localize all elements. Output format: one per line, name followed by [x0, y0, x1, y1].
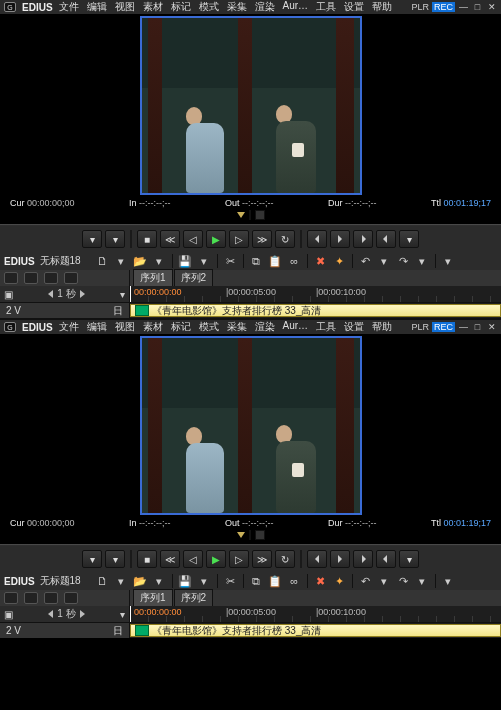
track-mode-d-icon[interactable]: [64, 272, 78, 284]
menu-aur[interactable]: Aur…: [283, 0, 309, 14]
close-button[interactable]: ✕: [486, 324, 497, 331]
scrub-track[interactable]: [249, 210, 251, 220]
preview-frame[interactable]: [140, 16, 362, 195]
zoom-out-button[interactable]: [48, 290, 53, 298]
save-icon[interactable]: 💾: [177, 254, 194, 269]
tab-sequence-1[interactable]: 序列1: [133, 589, 173, 606]
chevron-down-icon[interactable]: ▾: [151, 574, 168, 589]
video-clip[interactable]: 《青年电影馆》支持者排行榜 33_高清: [130, 304, 501, 317]
goto-in-button[interactable]: [353, 550, 373, 568]
chevron-down-icon[interactable]: ▾: [376, 254, 393, 269]
tool-a-button[interactable]: ▾: [82, 550, 102, 568]
tab-sequence-2[interactable]: 序列2: [174, 269, 214, 286]
maximize-button[interactable]: □: [472, 324, 483, 331]
menu-file[interactable]: 文件: [59, 320, 79, 334]
close-button[interactable]: ✕: [486, 4, 497, 11]
prev-frame-button[interactable]: ◁: [183, 230, 203, 248]
video-clip[interactable]: 《青年电影馆》支持者排行榜 33_高清: [130, 624, 501, 637]
fx-icon[interactable]: ✦: [331, 254, 348, 269]
menu-clip[interactable]: 素材: [143, 320, 163, 334]
mark-out-button[interactable]: [330, 550, 350, 568]
tool-b-button[interactable]: ▾: [105, 550, 125, 568]
prev-frame-button[interactable]: ◁: [183, 550, 203, 568]
menu-view[interactable]: 视图: [115, 320, 135, 334]
goto-in-button[interactable]: [353, 230, 373, 248]
menu-clip[interactable]: 素材: [143, 0, 163, 14]
redo-icon[interactable]: ↷: [395, 254, 412, 269]
zoom-indicator-icon[interactable]: ▣: [4, 609, 13, 620]
menu-file[interactable]: 文件: [59, 0, 79, 14]
paste-icon[interactable]: 📋: [267, 254, 284, 269]
minimize-button[interactable]: —: [458, 324, 469, 331]
menu-capture[interactable]: 采集: [227, 0, 247, 14]
fx-icon[interactable]: ✦: [331, 574, 348, 589]
stop-button[interactable]: ■: [137, 550, 157, 568]
tool-b-button[interactable]: ▾: [105, 230, 125, 248]
time-ruler[interactable]: 00:00:00:00 |00:00:05:00 |00:00:10:00: [130, 606, 501, 622]
stop-button[interactable]: ■: [137, 230, 157, 248]
rec-indicator[interactable]: REC: [432, 2, 455, 12]
minimize-button[interactable]: —: [458, 4, 469, 11]
menu-help[interactable]: 帮助: [372, 0, 392, 14]
track-header[interactable]: 2 V 日: [0, 623, 130, 638]
open-icon[interactable]: 📂: [132, 254, 149, 269]
more-icon[interactable]: ▾: [440, 254, 457, 269]
menu-mode[interactable]: 模式: [199, 320, 219, 334]
save-icon[interactable]: 💾: [177, 574, 194, 589]
track-mode-d-icon[interactable]: [64, 592, 78, 604]
chevron-down-icon[interactable]: ▾: [113, 574, 130, 589]
scrub-track[interactable]: [249, 530, 251, 540]
playhead[interactable]: [130, 286, 131, 302]
chevron-down-icon[interactable]: ▾: [113, 254, 130, 269]
mark-in-button[interactable]: [307, 550, 327, 568]
transport-more-button[interactable]: ▾: [399, 550, 419, 568]
time-ruler[interactable]: 00:00:00:00 |00:00:05:00 |00:00:10:00: [130, 286, 501, 302]
undo-icon[interactable]: ↶: [357, 574, 374, 589]
maximize-button[interactable]: □: [472, 4, 483, 11]
tab-sequence-1[interactable]: 序列1: [133, 269, 173, 286]
track-mode-b-icon[interactable]: [24, 592, 38, 604]
menu-aur[interactable]: Aur…: [283, 320, 309, 334]
tool-a-button[interactable]: ▾: [82, 230, 102, 248]
track-lane[interactable]: 《青年电影馆》支持者排行榜 33_高清: [130, 623, 501, 638]
cut-icon[interactable]: ✂: [222, 574, 239, 589]
zoom-dropdown-icon[interactable]: ▾: [120, 289, 125, 300]
new-icon[interactable]: 🗋: [94, 254, 111, 269]
menu-help[interactable]: 帮助: [372, 320, 392, 334]
track-lane[interactable]: 《青年电影馆》支持者排行榜 33_高清: [130, 303, 501, 318]
link-icon[interactable]: ∞: [286, 574, 303, 589]
track-mode-b-icon[interactable]: [24, 272, 38, 284]
fast-forward-button[interactable]: ≫: [252, 550, 272, 568]
track-mode-a-icon[interactable]: [4, 592, 18, 604]
menu-edit[interactable]: 编辑: [87, 0, 107, 14]
menu-render[interactable]: 渲染: [255, 0, 275, 14]
menu-view[interactable]: 视图: [115, 0, 135, 14]
zoom-dropdown-icon[interactable]: ▾: [120, 609, 125, 620]
chevron-down-icon[interactable]: ▾: [414, 574, 431, 589]
chevron-down-icon[interactable]: ▾: [196, 254, 213, 269]
undo-icon[interactable]: ↶: [357, 254, 374, 269]
track-header[interactable]: 2 V 日: [0, 303, 130, 318]
zoom-out-button[interactable]: [48, 610, 53, 618]
scrub-playhead-icon[interactable]: [237, 212, 245, 218]
tab-sequence-2[interactable]: 序列2: [174, 589, 214, 606]
zoom-in-button[interactable]: [80, 290, 85, 298]
fast-forward-button[interactable]: ≫: [252, 230, 272, 248]
goto-out-button[interactable]: [376, 550, 396, 568]
loop-button[interactable]: ↻: [275, 230, 295, 248]
next-frame-button[interactable]: ▷: [229, 550, 249, 568]
menu-render[interactable]: 渲染: [255, 320, 275, 334]
more-icon[interactable]: ▾: [440, 574, 457, 589]
menu-marker[interactable]: 标记: [171, 320, 191, 334]
track-mode-a-icon[interactable]: [4, 272, 18, 284]
zoom-indicator-icon[interactable]: ▣: [4, 289, 13, 300]
scrub-playhead-icon[interactable]: [237, 532, 245, 538]
menu-settings[interactable]: 设置: [344, 320, 364, 334]
mark-in-button[interactable]: [307, 230, 327, 248]
chevron-down-icon[interactable]: ▾: [196, 574, 213, 589]
scrub-end[interactable]: [255, 530, 265, 540]
rec-indicator[interactable]: REC: [432, 322, 455, 332]
goto-out-button[interactable]: [376, 230, 396, 248]
menu-tools[interactable]: 工具: [316, 0, 336, 14]
chevron-down-icon[interactable]: ▾: [151, 254, 168, 269]
